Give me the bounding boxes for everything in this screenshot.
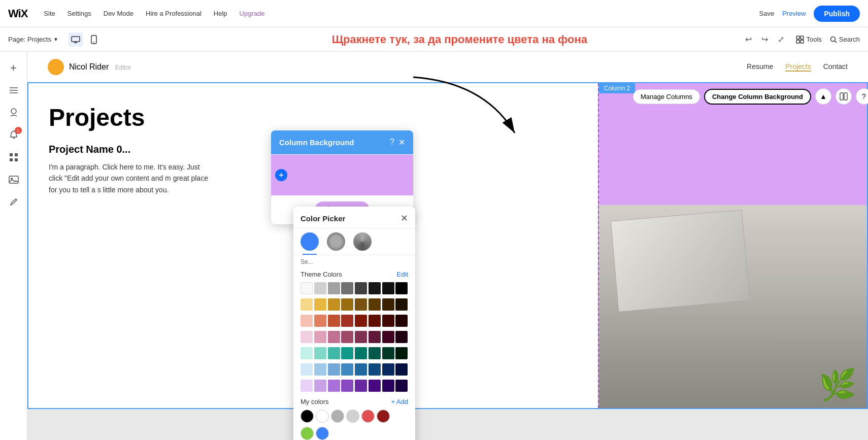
nav-help[interactable]: Help: [214, 10, 227, 17]
theme-swatch[interactable]: [395, 282, 408, 294]
my-color-swatch[interactable]: [316, 410, 329, 423]
sidebar-apps-icon[interactable]: [4, 147, 24, 167]
theme-swatch[interactable]: [355, 347, 367, 359]
sidebar-design-icon[interactable]: [4, 103, 24, 123]
cp-gradient1-tab[interactable]: [327, 232, 345, 251]
fullscreen-button[interactable]: ⤢: [774, 32, 788, 47]
sidebar-pages-icon[interactable]: [4, 80, 24, 100]
theme-swatch[interactable]: [328, 282, 340, 294]
site-nav-projects[interactable]: Projects: [785, 62, 811, 72]
theme-swatch[interactable]: [301, 282, 313, 294]
layout-icon[interactable]: [836, 88, 852, 105]
tools-button[interactable]: Tools: [796, 36, 821, 44]
sidebar-pen-icon[interactable]: [4, 192, 24, 212]
theme-swatch[interactable]: [355, 380, 367, 392]
theme-swatch[interactable]: [341, 282, 353, 294]
move-up-icon[interactable]: ▲: [815, 88, 831, 105]
theme-swatch[interactable]: [328, 347, 340, 359]
theme-swatch[interactable]: [301, 347, 313, 359]
theme-swatch[interactable]: [328, 315, 340, 327]
redo-button[interactable]: ↪: [757, 32, 772, 47]
my-color-swatch[interactable]: [316, 427, 329, 440]
theme-swatch[interactable]: [382, 315, 394, 327]
theme-swatch[interactable]: [382, 298, 394, 311]
theme-swatch[interactable]: [328, 331, 340, 343]
theme-swatch[interactable]: [369, 363, 381, 376]
my-color-swatch[interactable]: [301, 427, 314, 440]
theme-swatch[interactable]: [314, 298, 326, 311]
theme-swatch[interactable]: [382, 380, 394, 392]
cp-solid-tab[interactable]: [301, 232, 319, 251]
publish-button[interactable]: Publish: [814, 6, 860, 22]
theme-swatch[interactable]: [341, 363, 353, 376]
theme-swatch[interactable]: [355, 315, 367, 327]
sidebar-notifications-icon[interactable]: 1: [4, 125, 24, 145]
theme-swatch[interactable]: [382, 363, 394, 376]
nav-settings[interactable]: Settings: [68, 10, 91, 17]
nav-devmode[interactable]: Dev Mode: [104, 10, 133, 17]
my-color-swatch[interactable]: [346, 410, 359, 423]
theme-swatch[interactable]: [369, 380, 381, 392]
theme-swatch[interactable]: [328, 380, 340, 392]
undo-button[interactable]: ↩: [741, 32, 755, 47]
theme-swatch[interactable]: [314, 363, 326, 376]
site-nav-resume[interactable]: Resume: [747, 62, 773, 72]
mobile-device-icon[interactable]: [87, 32, 101, 47]
theme-swatch[interactable]: [301, 380, 313, 392]
theme-swatch[interactable]: [369, 282, 381, 294]
theme-swatch[interactable]: [301, 298, 313, 311]
nav-site[interactable]: Site: [44, 10, 55, 17]
save-button[interactable]: Save: [759, 10, 775, 17]
cp-add-button[interactable]: + Add: [391, 398, 408, 405]
theme-swatch[interactable]: [369, 331, 381, 343]
preview-button[interactable]: Preview: [782, 10, 806, 17]
theme-swatch[interactable]: [314, 315, 326, 327]
theme-swatch[interactable]: [395, 347, 408, 359]
panel-help-icon[interactable]: ?: [390, 138, 394, 147]
cp-gradient2-tab[interactable]: [353, 232, 372, 251]
site-nav-contact[interactable]: Contact: [823, 62, 848, 72]
theme-swatch[interactable]: [369, 315, 381, 327]
theme-swatch[interactable]: [395, 298, 408, 311]
nav-upgrade[interactable]: Upgrade: [240, 10, 265, 17]
desktop-device-icon[interactable]: [69, 32, 83, 47]
theme-swatch[interactable]: [355, 331, 367, 343]
theme-swatch[interactable]: [314, 282, 326, 294]
nav-hire[interactable]: Hire a Professional: [146, 10, 202, 17]
theme-swatch[interactable]: [328, 363, 340, 376]
sidebar-media-icon[interactable]: [4, 170, 24, 190]
change-column-background-button[interactable]: Change Column Background: [704, 89, 811, 105]
theme-swatch[interactable]: [382, 282, 394, 294]
theme-swatch[interactable]: [341, 380, 353, 392]
theme-swatch[interactable]: [382, 331, 394, 343]
theme-swatch[interactable]: [382, 347, 394, 359]
theme-swatch[interactable]: [395, 331, 408, 343]
theme-swatch[interactable]: [301, 331, 313, 343]
cp-close-button[interactable]: ✕: [400, 213, 408, 224]
theme-swatch[interactable]: [369, 347, 381, 359]
help-icon[interactable]: ?: [856, 88, 868, 105]
theme-swatch[interactable]: [395, 315, 408, 327]
manage-columns-button[interactable]: Manage Columns: [633, 89, 700, 104]
theme-swatch[interactable]: [301, 363, 313, 376]
page-selector[interactable]: Page: Projects ▼: [8, 36, 58, 43]
theme-swatch[interactable]: [314, 380, 326, 392]
theme-swatch[interactable]: [301, 315, 313, 327]
theme-swatch[interactable]: [341, 298, 353, 311]
panel-close-icon[interactable]: ✕: [398, 138, 405, 147]
theme-swatch[interactable]: [314, 347, 326, 359]
my-color-swatch[interactable]: [361, 410, 375, 423]
theme-swatch[interactable]: [314, 331, 326, 343]
theme-swatch[interactable]: [341, 331, 353, 343]
theme-swatch[interactable]: [369, 298, 381, 311]
my-color-swatch[interactable]: [377, 410, 390, 423]
theme-swatch[interactable]: [341, 347, 353, 359]
my-color-swatch[interactable]: [301, 410, 314, 423]
my-color-swatch[interactable]: [331, 410, 344, 423]
theme-swatch[interactable]: [355, 363, 367, 376]
cp-edit-button[interactable]: Edit: [397, 270, 408, 278]
sidebar-add-icon[interactable]: +: [4, 58, 24, 78]
theme-swatch[interactable]: [328, 298, 340, 311]
theme-swatch[interactable]: [355, 282, 367, 294]
theme-swatch[interactable]: [395, 380, 408, 392]
